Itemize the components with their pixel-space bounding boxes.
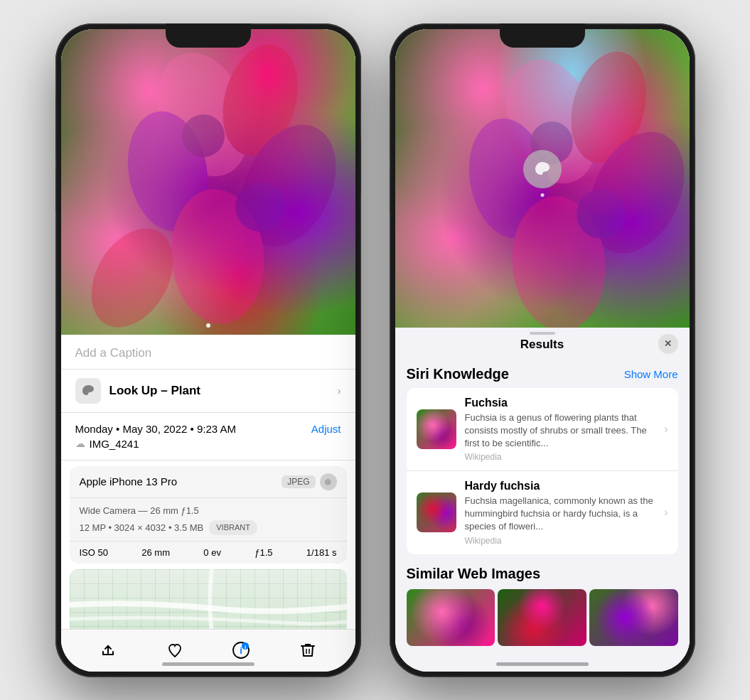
fuchsia-thumbnail [417, 409, 456, 449]
siri-knowledge-title: Siri Knowledge [407, 366, 509, 382]
volume-down-button[interactable] [55, 169, 56, 212]
photo-date: Monday • May 30, 2022 • 9:23 AM [75, 423, 236, 435]
heart-icon [166, 642, 183, 659]
date-row: Monday • May 30, 2022 • 9:23 AM Adjust [75, 423, 341, 435]
fuchsia-chevron-icon: › [664, 423, 668, 436]
svg-text:i: i [245, 644, 246, 650]
filename: IMG_4241 [90, 438, 139, 450]
flower-photo [61, 29, 355, 335]
camera-mp: 12 MP • 3024 × 4032 • 3.5 MB [80, 521, 204, 535]
photo-page-dots [206, 323, 210, 328]
cloud-icon: ☁ [75, 438, 85, 449]
leaf-badge-icon [532, 159, 552, 179]
phone2-volume-up-button[interactable] [390, 116, 390, 158]
phone-2-screen: Results ✕ Siri Knowledge Show More [395, 29, 690, 672]
ev-value: 0 ev [203, 547, 221, 558]
siri-knowledge-header: Siri Knowledge Show More [407, 366, 678, 382]
results-panel: Results ✕ Siri Knowledge Show More [395, 328, 690, 672]
lookup-chevron-icon: › [338, 385, 341, 397]
camera-row: Wide Camera — 26 mm ƒ1.5 12 MP • 3024 × … [70, 498, 347, 542]
volume-up-button[interactable] [55, 116, 56, 158]
hardy-fuchsia-description: Fuchsia magellanica, commonly known as t… [465, 495, 656, 534]
filename-row: ☁ IMG_4241 [75, 438, 341, 450]
delete-button[interactable] [292, 635, 323, 666]
photo-display-2[interactable] [395, 29, 690, 328]
info-panel: Add a Caption Look Up – Plant [61, 335, 355, 629]
camera-tech-row: 12 MP • 3024 × 4032 • 3.5 MB VIBRANT [80, 520, 337, 535]
fuchsia-description: Fuchsia is a genus of flowering plants t… [465, 411, 656, 451]
close-button[interactable]: ✕ [658, 334, 678, 354]
phone-1-screen: Add a Caption Look Up – Plant [61, 29, 355, 672]
show-more-button[interactable]: Show More [624, 368, 678, 380]
hardy-fuchsia-name: Hardy fuchsia [465, 480, 656, 492]
indicator-dot [540, 193, 544, 197]
svg-point-21 [577, 189, 626, 239]
fuchsia-thumb-img [417, 409, 456, 449]
visual-lookup-view: Results ✕ Siri Knowledge Show More [395, 29, 690, 672]
similar-image-1[interactable] [407, 589, 495, 646]
hardy-fuchsia-chevron-icon: › [664, 506, 668, 519]
fuchsia-item[interactable]: Fuchsia Fuchsia is a genus of flowering … [407, 388, 678, 472]
share-button[interactable] [92, 635, 124, 666]
device-row: Apple iPhone 13 Pro JPEG ◎ [70, 466, 347, 498]
svg-point-7 [235, 182, 285, 232]
adjust-button[interactable]: Adjust [311, 423, 341, 435]
lookup-row[interactable]: Look Up – Plant › [61, 370, 355, 413]
favorite-button[interactable] [159, 635, 191, 666]
lookup-icon [75, 378, 101, 404]
lens-icon: ◎ [320, 473, 337, 490]
drag-handle[interactable] [530, 332, 555, 335]
results-title: Results [520, 338, 564, 352]
phone2-home-indicator [496, 662, 589, 666]
similar-web-images-section: Similar Web Images [407, 566, 678, 646]
phone2-volume-down-button[interactable] [390, 169, 390, 212]
caption-placeholder: Add a Caption [75, 346, 152, 360]
info-button[interactable]: i i [225, 635, 257, 666]
jpeg-badge: JPEG [282, 475, 315, 488]
page-dot-1 [206, 323, 210, 328]
caption-area[interactable]: Add a Caption [61, 335, 355, 370]
fuchsia-source: Wikipedia [465, 452, 656, 462]
phones-container: Add a Caption Look Up – Plant [55, 23, 695, 677]
device-badges: JPEG ◎ [282, 473, 336, 490]
home-indicator [162, 662, 255, 666]
hardy-fuchsia-thumbnail [417, 492, 456, 532]
device-info-section: Apple iPhone 13 Pro JPEG ◎ Wide Camera —… [70, 466, 347, 564]
map-thumbnail[interactable] [70, 569, 347, 629]
power-button[interactable] [360, 137, 361, 194]
focal-value: 26 mm [141, 547, 170, 558]
knowledge-card: Fuchsia Fuchsia is a genus of flowering … [407, 388, 678, 554]
camera-spec: Wide Camera — 26 mm ƒ1.5 [80, 504, 337, 518]
fuchsia-name: Fuchsia [465, 397, 656, 409]
hardy-fuchsia-item[interactable]: Hardy fuchsia Fuchsia magellanica, commo… [407, 471, 678, 554]
hardy-fuchsia-thumb-img [417, 492, 456, 532]
aperture-value: ƒ1.5 [255, 547, 272, 558]
results-header: Results ✕ [395, 328, 690, 357]
map-roads [70, 569, 347, 629]
leaf-icon [81, 384, 95, 398]
hardy-fuchsia-source: Wikipedia [465, 536, 656, 546]
phone-2: Results ✕ Siri Knowledge Show More [390, 23, 695, 677]
shutter-value: 1/181 s [306, 547, 337, 558]
similar-images-grid [407, 589, 678, 646]
similar-web-images-title: Similar Web Images [407, 566, 678, 582]
svg-point-6 [182, 114, 225, 157]
photo-display[interactable] [61, 29, 355, 335]
share-icon [100, 642, 117, 659]
device-name: Apple iPhone 13 Pro [80, 475, 178, 488]
similar-image-3[interactable] [589, 589, 678, 646]
close-icon: ✕ [664, 338, 672, 349]
svg-point-5 [75, 214, 190, 335]
iso-value: ISO 50 [80, 547, 108, 558]
photos-info-view: Add a Caption Look Up – Plant [61, 29, 355, 672]
info-icon: i i [232, 641, 250, 659]
visual-lookup-indicator[interactable] [523, 150, 562, 188]
hardy-fuchsia-text: Hardy fuchsia Fuchsia magellanica, commo… [465, 480, 656, 546]
exif-row: ISO 50 26 mm 0 ev ƒ1.5 1/181 s [70, 542, 347, 564]
fuchsia-text: Fuchsia Fuchsia is a genus of flowering … [465, 397, 656, 463]
vibrant-badge: VIBRANT [209, 520, 257, 535]
phone2-power-button[interactable] [695, 137, 695, 194]
lookup-label: Look Up – Plant [109, 384, 200, 398]
phone-1: Add a Caption Look Up – Plant [55, 23, 361, 677]
similar-image-2[interactable] [498, 589, 586, 646]
